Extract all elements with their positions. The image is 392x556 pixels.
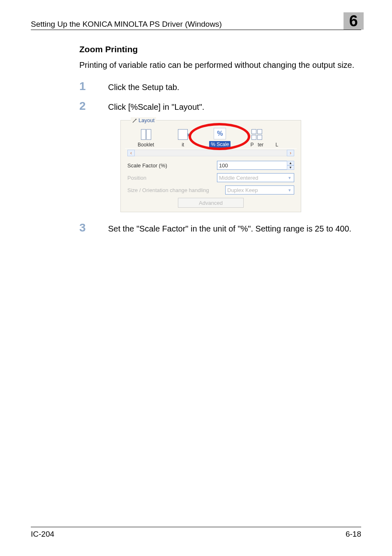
scroll-track[interactable] [135, 150, 287, 156]
size-orientation-label: Size / Orientation change handling [127, 187, 222, 193]
spinner-down-icon[interactable]: ▼ [287, 165, 294, 170]
booklet-icon [141, 129, 151, 140]
step-3: 3 Set the "Scale Factor" in the unit of … [31, 222, 361, 234]
poster-icon [251, 129, 262, 140]
step-text: Click the Setup tab. [108, 81, 361, 92]
spinner-buttons[interactable]: ▲ ▼ [287, 161, 294, 170]
layout-item-next[interactable]: L [275, 128, 294, 148]
layout-item-label: Booklet [138, 142, 154, 148]
step-text: Click [%Scale] in "Layout". [108, 100, 361, 112]
row-scale-factor: Scale Factor (%) 100 ▲ ▼ [125, 159, 297, 171]
step-number: 1 [31, 81, 108, 92]
layout-item-fit[interactable]: it [164, 128, 201, 148]
row-size-orientation: Size / Orientation change handling Duple… [125, 184, 297, 196]
page-header: Setting Up the KONICA MINOLTA PS Driver … [31, 12, 361, 30]
chevron-left-icon: ‹ [130, 151, 132, 155]
percent-icon: % [214, 128, 226, 139]
layout-groupbox: Layout Booklet it % % Scale P ter [120, 120, 301, 212]
layout-item-scale[interactable]: % % Scale [201, 127, 238, 148]
scale-factor-input[interactable]: 100 ▲ ▼ [217, 161, 294, 170]
position-label: Position [127, 175, 214, 181]
layout-item-label: it [182, 142, 184, 148]
scroll-left-button[interactable]: ‹ [127, 150, 135, 156]
row-position: Position Middle Centered ▾ [125, 171, 297, 184]
scroll-right-button[interactable]: › [287, 150, 294, 156]
header-title: Setting Up the KONICA MINOLTA PS Driver … [31, 20, 222, 29]
position-value: Middle Centered [219, 175, 258, 181]
footer-right: 6-18 [346, 530, 361, 539]
spinner-up-icon[interactable]: ▲ [287, 161, 294, 165]
layout-item-label: L [275, 142, 278, 148]
section-heading: Zoom Printing [79, 44, 361, 54]
chevron-down-icon: ▾ [286, 187, 293, 193]
chevron-down-icon: ▾ [286, 174, 293, 181]
size-orientation-value: Duplex Keep [227, 187, 258, 193]
step-2: 2 Click [%Scale] in "Layout". [31, 100, 361, 112]
footer-left: IC-204 [31, 530, 54, 539]
step-1: 1 Click the Setup tab. [31, 81, 361, 92]
layout-item-booklet[interactable]: Booklet [127, 128, 164, 148]
fit-icon [178, 129, 188, 140]
step-number: 2 [31, 100, 108, 112]
layout-item-label-selected: % Scale [209, 141, 231, 148]
layout-item-label: P ter [250, 142, 263, 148]
step-text: Set the "Scale Factor" in the unit of "%… [108, 222, 361, 234]
section-intro: Printing of variable ratio can be perfor… [79, 59, 361, 71]
size-orientation-select: Duplex Keep ▾ [225, 185, 294, 195]
chapter-number: 6 [349, 12, 358, 30]
chevron-right-icon: › [290, 151, 291, 155]
scale-factor-label: Scale Factor (%) [127, 162, 214, 169]
layout-item-strip: Booklet it % % Scale P ter L [125, 120, 297, 149]
layout-item-poster[interactable]: P ter [238, 128, 275, 148]
chapter-badge: 6 [344, 12, 364, 30]
step-number: 3 [31, 222, 108, 234]
page-footer: IC-204 6-18 [31, 527, 361, 539]
advanced-button: Advanced [178, 198, 244, 208]
scale-factor-value: 100 [219, 162, 228, 169]
layout-scrollbar[interactable]: ‹ › [127, 149, 294, 157]
svg-point-0 [136, 118, 137, 120]
position-select: Middle Centered ▾ [217, 173, 294, 182]
